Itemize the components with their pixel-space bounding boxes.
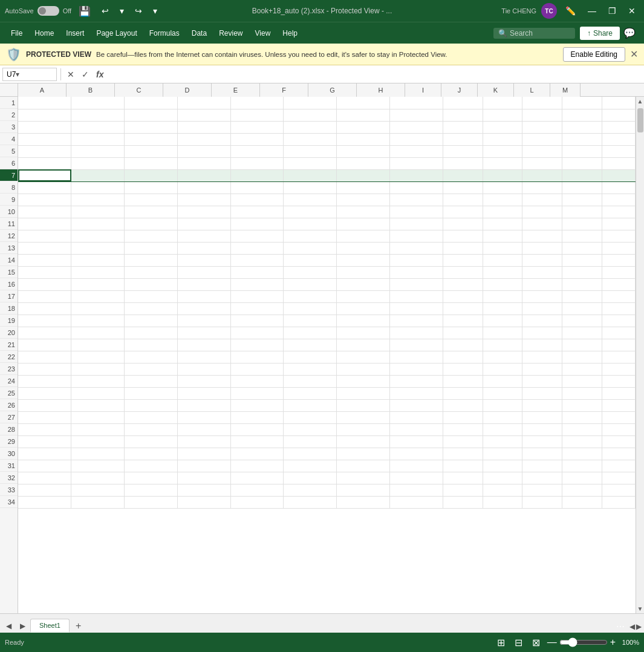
grid-cell[interactable] bbox=[337, 315, 390, 327]
grid-cell[interactable] bbox=[522, 315, 562, 327]
grid-cell[interactable] bbox=[522, 157, 562, 169]
grid-cell[interactable] bbox=[389, 399, 443, 411]
zoom-in-button[interactable]: + bbox=[610, 637, 616, 648]
grid-cell[interactable] bbox=[602, 290, 636, 302]
row-num-22[interactable]: 22 bbox=[0, 351, 18, 363]
grid-cell[interactable] bbox=[125, 496, 178, 508]
grid-cell[interactable] bbox=[522, 109, 562, 121]
pen-icon[interactable]: ✏️ bbox=[562, 5, 579, 17]
grid-cell[interactable] bbox=[522, 496, 562, 508]
grid-cell[interactable] bbox=[483, 460, 522, 472]
grid-cell[interactable] bbox=[284, 399, 337, 411]
grid-cell[interactable] bbox=[71, 97, 125, 109]
grid-cell[interactable] bbox=[71, 121, 125, 133]
grid-cell[interactable] bbox=[483, 484, 522, 496]
grid-cell[interactable] bbox=[522, 254, 562, 266]
grid-cell[interactable] bbox=[230, 472, 284, 484]
grid-cell[interactable] bbox=[602, 411, 636, 423]
grid-cell[interactable] bbox=[177, 266, 230, 278]
grid-cell[interactable] bbox=[562, 399, 602, 411]
menu-item-file[interactable]: File bbox=[5, 27, 28, 40]
grid-cell[interactable] bbox=[522, 145, 562, 157]
grid-cell[interactable] bbox=[284, 109, 337, 121]
grid-cell[interactable] bbox=[562, 157, 602, 169]
grid-cell[interactable] bbox=[125, 121, 178, 133]
grid-cell[interactable] bbox=[337, 121, 390, 133]
page-layout-button[interactable]: ⊟ bbox=[512, 636, 525, 650]
grid-cell[interactable] bbox=[71, 363, 125, 375]
grid-cell[interactable] bbox=[337, 169, 390, 181]
grid-cell[interactable] bbox=[522, 230, 562, 242]
grid-cell[interactable] bbox=[230, 218, 284, 230]
grid-cell[interactable] bbox=[562, 97, 602, 109]
grid-cell[interactable] bbox=[71, 206, 125, 218]
grid-cell[interactable] bbox=[125, 375, 178, 387]
row-num-30[interactable]: 30 bbox=[0, 448, 18, 460]
grid-cell[interactable] bbox=[602, 387, 636, 399]
row-num-2[interactable]: 2 bbox=[0, 109, 18, 121]
grid-cell[interactable] bbox=[562, 339, 602, 351]
grid-cell[interactable] bbox=[602, 302, 636, 315]
grid-cell[interactable] bbox=[443, 278, 483, 290]
menu-item-home[interactable]: Home bbox=[28, 27, 60, 40]
grid-cell[interactable] bbox=[443, 194, 483, 206]
grid-cell[interactable] bbox=[337, 448, 390, 460]
grid-cell[interactable] bbox=[522, 472, 562, 484]
row-num-23[interactable]: 23 bbox=[0, 363, 18, 375]
grid-cell[interactable] bbox=[389, 194, 443, 206]
grid-cell[interactable] bbox=[337, 327, 390, 339]
grid-cell[interactable] bbox=[602, 278, 636, 290]
scrollbar-vertical[interactable]: ▲ ▼ bbox=[636, 97, 644, 613]
grid-cell[interactable] bbox=[562, 496, 602, 508]
grid-cell[interactable] bbox=[230, 411, 284, 423]
grid-cell[interactable] bbox=[389, 327, 443, 339]
grid-cell[interactable] bbox=[562, 230, 602, 242]
grid-cell[interactable] bbox=[337, 363, 390, 375]
grid-cell[interactable] bbox=[389, 339, 443, 351]
grid-cell[interactable] bbox=[562, 290, 602, 302]
grid-cell[interactable] bbox=[18, 435, 71, 448]
grid-cell[interactable] bbox=[71, 327, 125, 339]
grid-cell[interactable] bbox=[443, 315, 483, 327]
grid-cell[interactable] bbox=[522, 133, 562, 145]
grid-cell[interactable] bbox=[602, 448, 636, 460]
menu-item-help[interactable]: Help bbox=[276, 27, 304, 40]
grid-cell[interactable] bbox=[522, 339, 562, 351]
row-num-25[interactable]: 25 bbox=[0, 387, 18, 399]
grid-cell[interactable] bbox=[522, 121, 562, 133]
grid-cell[interactable] bbox=[337, 181, 390, 194]
grid-cell[interactable] bbox=[284, 157, 337, 169]
grid-cell[interactable] bbox=[337, 399, 390, 411]
grid-cell[interactable] bbox=[389, 97, 443, 109]
row-num-31[interactable]: 31 bbox=[0, 460, 18, 472]
col-header-a[interactable]: A bbox=[18, 83, 67, 97]
grid-cell[interactable] bbox=[483, 278, 522, 290]
more-commands-button[interactable]: ▾ bbox=[149, 5, 161, 17]
col-header-c[interactable]: C bbox=[115, 83, 163, 97]
grid-cell[interactable] bbox=[18, 230, 71, 242]
grid-cell[interactable] bbox=[443, 448, 483, 460]
grid-cell[interactable] bbox=[337, 97, 390, 109]
grid-cell[interactable] bbox=[125, 169, 178, 181]
grid-cell[interactable] bbox=[284, 375, 337, 387]
grid-cell[interactable] bbox=[562, 375, 602, 387]
grid-cell[interactable] bbox=[125, 254, 178, 266]
grid-cell[interactable] bbox=[483, 254, 522, 266]
grid-cell[interactable] bbox=[522, 387, 562, 399]
grid-cell[interactable] bbox=[389, 290, 443, 302]
row-num-1[interactable]: 1 bbox=[0, 97, 18, 109]
grid-cell[interactable] bbox=[483, 399, 522, 411]
grid-cell[interactable] bbox=[125, 339, 178, 351]
grid-cell[interactable] bbox=[125, 435, 178, 448]
grid-cell[interactable] bbox=[483, 194, 522, 206]
row-num-26[interactable]: 26 bbox=[0, 399, 18, 411]
grid-cell[interactable] bbox=[284, 194, 337, 206]
grid-cell[interactable] bbox=[483, 423, 522, 435]
grid-cell[interactable] bbox=[230, 230, 284, 242]
grid-cell[interactable] bbox=[230, 399, 284, 411]
grid-cell[interactable] bbox=[177, 97, 230, 109]
grid-cell[interactable] bbox=[443, 302, 483, 315]
grid-cell[interactable] bbox=[230, 363, 284, 375]
grid-cell[interactable] bbox=[522, 290, 562, 302]
menu-item-formulas[interactable]: Formulas bbox=[143, 27, 186, 40]
